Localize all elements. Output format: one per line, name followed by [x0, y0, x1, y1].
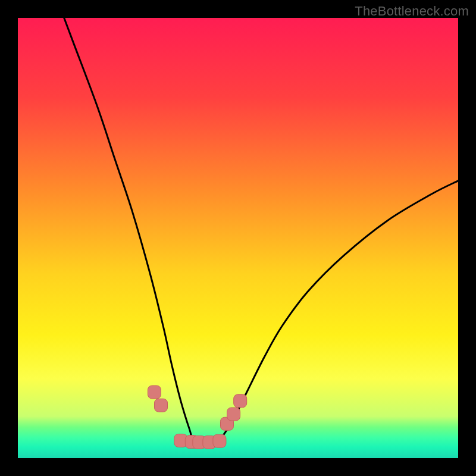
marker-point [155, 399, 168, 412]
plot-area [18, 18, 458, 458]
chart-svg [18, 18, 458, 458]
marker-point [234, 394, 247, 408]
watermark-label: TheBottleneck.com [355, 4, 469, 19]
marker-point [227, 408, 240, 421]
gradient-background [18, 18, 458, 458]
marker-point [213, 434, 226, 447]
marker-point [148, 386, 161, 399]
chart-frame: TheBottleneck.com [0, 0, 476, 476]
